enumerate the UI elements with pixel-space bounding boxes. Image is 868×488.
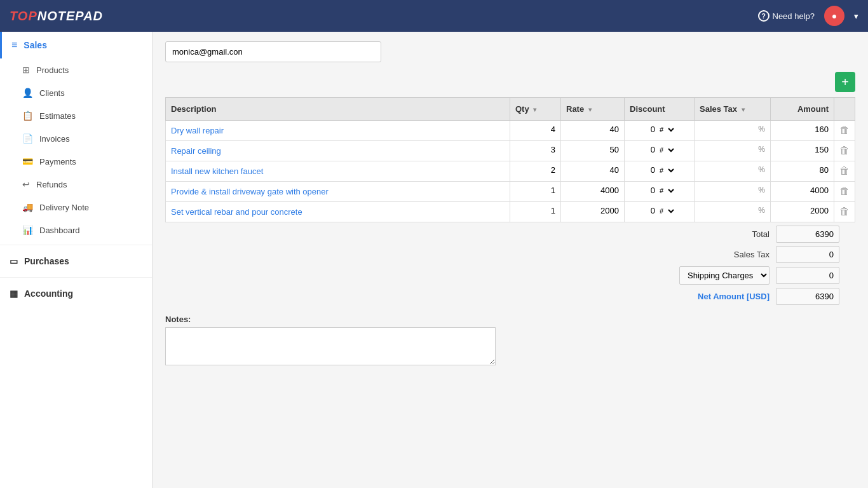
totals-section: Total Sales Tax Shipping Charges Net Amo… xyxy=(165,226,855,305)
amount-cell-2: 80 xyxy=(771,161,834,182)
desc-input-0[interactable] xyxy=(171,125,505,137)
qty-input-2[interactable] xyxy=(515,165,555,175)
total-row: Total xyxy=(693,226,839,243)
qty-cell-0 xyxy=(510,121,561,141)
total-label: Total xyxy=(693,229,770,239)
total-value[interactable] xyxy=(776,226,839,243)
add-item-button[interactable]: + xyxy=(835,72,855,92)
salestax-pct-4: % xyxy=(758,206,765,215)
logo-text-top: Top xyxy=(10,9,37,23)
rate-input-1[interactable] xyxy=(566,145,619,154)
notes-textarea[interactable] xyxy=(165,327,496,365)
sidebar-purchases-header[interactable]: ▭ Purchases xyxy=(0,248,152,274)
sidebar-item-clients[interactable]: 👤 Clients xyxy=(0,81,152,104)
sidebar-item-payments[interactable]: 💳 Payments xyxy=(0,150,152,173)
discount-input-0[interactable] xyxy=(630,125,655,134)
salestax-pct-1: % xyxy=(758,145,765,154)
user-dropdown-icon[interactable]: ▾ xyxy=(854,11,858,21)
salestax-cell-2: % xyxy=(695,161,771,182)
delete-btn-1[interactable]: 🗑 xyxy=(834,141,855,161)
invoices-label: Invoices xyxy=(39,134,70,144)
shipping-type-select[interactable]: Shipping Charges xyxy=(679,266,770,285)
salestax-pct-3: % xyxy=(758,186,765,194)
rate-input-3[interactable] xyxy=(566,186,619,195)
clients-label: Clients xyxy=(39,88,65,98)
discount-cell-2: # % xyxy=(625,161,695,182)
discount-cell-3: # % xyxy=(625,182,695,202)
desc-cell-2 xyxy=(166,161,510,182)
shipping-row: Shipping Charges xyxy=(679,266,839,285)
purchases-label: Purchases xyxy=(24,256,69,266)
rate-input-2[interactable] xyxy=(566,165,619,175)
delete-btn-2[interactable]: 🗑 xyxy=(834,161,855,182)
desc-input-4[interactable] xyxy=(171,206,505,218)
purchases-icon: ▭ xyxy=(10,256,18,266)
accounting-icon: ▦ xyxy=(10,288,18,299)
sales-tax-row: Sales Tax xyxy=(693,246,839,263)
table-row: # % % 4000 🗑 xyxy=(166,182,855,202)
rate-cell-3 xyxy=(561,182,625,202)
delete-btn-3[interactable]: 🗑 xyxy=(834,182,855,202)
rate-cell-1 xyxy=(561,141,625,161)
salestax-cell-3: % xyxy=(695,182,771,202)
desc-cell-4 xyxy=(166,202,510,222)
main-content: + Description Qty ▾ Rate ▾ xyxy=(153,32,868,488)
discount-input-3[interactable] xyxy=(630,186,655,195)
col-qty: Qty ▾ xyxy=(510,98,561,121)
desc-cell-3 xyxy=(166,182,510,202)
user-avatar[interactable]: ● xyxy=(824,6,844,26)
discount-input-4[interactable] xyxy=(630,206,655,215)
salestax-pct-0: % xyxy=(758,125,765,133)
net-amount-value[interactable] xyxy=(776,288,839,305)
sidebar-item-refunds[interactable]: ↩ Refunds xyxy=(0,173,152,196)
qty-cell-4 xyxy=(510,202,561,222)
sidebar-item-products[interactable]: ⊞ Products xyxy=(0,58,152,81)
qty-input-3[interactable] xyxy=(515,186,555,195)
net-amount-label: Net Amount [USD] xyxy=(693,292,770,301)
dashboard-label: Dashboard xyxy=(39,226,80,235)
discount-input-1[interactable] xyxy=(630,145,655,154)
desc-input-2[interactable] xyxy=(171,165,505,177)
rate-input-0[interactable] xyxy=(566,125,619,134)
desc-cell-0 xyxy=(166,121,510,141)
rate-input-4[interactable] xyxy=(566,206,619,215)
sidebar-accounting-header[interactable]: ▦ Accounting xyxy=(0,281,152,306)
sales-tax-value[interactable] xyxy=(776,246,839,263)
need-help-button[interactable]: ? Need help? xyxy=(758,10,815,22)
discount-cell-1: # % xyxy=(625,141,695,161)
desc-input-3[interactable] xyxy=(171,186,505,198)
nav-right: ? Need help? ● ▾ xyxy=(758,6,859,26)
clients-icon: 👤 xyxy=(22,88,33,98)
sidebar-item-invoices[interactable]: 📄 Invoices xyxy=(0,127,152,150)
sidebar-item-estimates[interactable]: 📋 Estimates xyxy=(0,104,152,127)
qty-input-0[interactable] xyxy=(515,125,555,134)
discount-type-select-3[interactable]: # % xyxy=(657,186,676,195)
logo-text-bottom: Notepad xyxy=(37,9,103,23)
sidebar-item-dashboard[interactable]: 📊 Dashboard xyxy=(0,219,152,241)
amount-cell-4: 2000 xyxy=(771,202,834,222)
shipping-value[interactable] xyxy=(776,267,839,284)
discount-type-select-2[interactable]: # % xyxy=(657,166,676,175)
email-field[interactable] xyxy=(165,41,381,62)
salestax-sort-icon[interactable]: ▾ xyxy=(742,106,745,113)
desc-cell-1 xyxy=(166,141,510,161)
qty-sort-icon[interactable]: ▾ xyxy=(533,106,536,113)
delete-btn-4[interactable]: 🗑 xyxy=(834,202,855,222)
sidebar: ≡ Sales ⊞ Products 👤 Clients 📋 Estimates… xyxy=(0,32,153,488)
sidebar-sales-header[interactable]: ≡ Sales xyxy=(0,32,152,58)
table-row: # % % 150 🗑 xyxy=(166,141,855,161)
refunds-label: Refunds xyxy=(36,180,67,189)
sidebar-item-delivery-note[interactable]: 🚚 Delivery Note xyxy=(0,196,152,219)
discount-input-2[interactable] xyxy=(630,165,655,175)
qty-input-4[interactable] xyxy=(515,206,555,215)
delete-btn-0[interactable]: 🗑 xyxy=(834,121,855,141)
discount-type-select-4[interactable]: # % xyxy=(657,207,676,215)
discount-type-select-0[interactable]: # % xyxy=(657,125,676,134)
estimates-label: Estimates xyxy=(39,111,76,121)
qty-cell-2 xyxy=(510,161,561,182)
discount-type-select-1[interactable]: # % xyxy=(657,146,676,154)
qty-input-1[interactable] xyxy=(515,145,555,154)
rate-sort-icon[interactable]: ▾ xyxy=(588,106,592,113)
desc-input-1[interactable] xyxy=(171,145,505,157)
payments-label: Payments xyxy=(39,157,76,166)
